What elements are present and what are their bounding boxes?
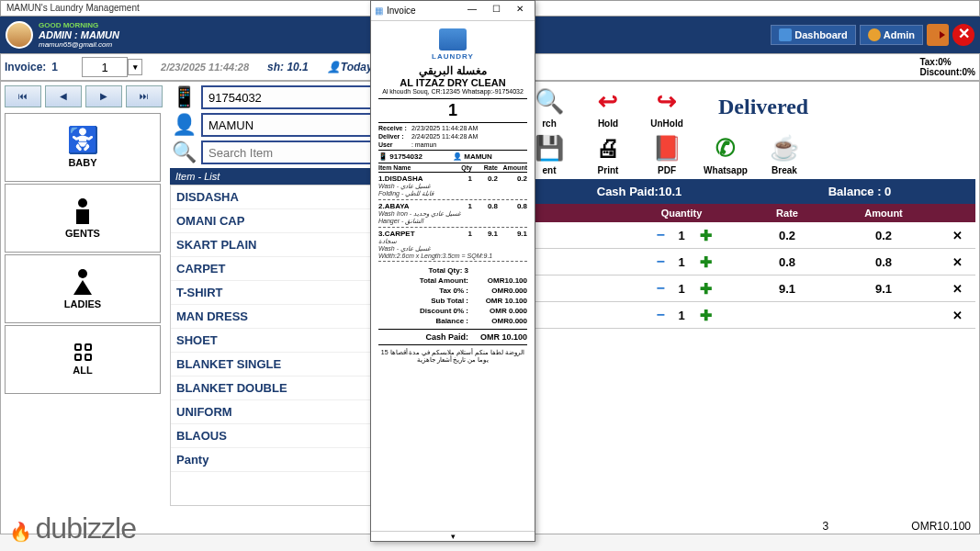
store-sub: Al khoudh Souq, CR:12345 Whatsapp:-91754… <box>378 88 527 95</box>
save-icon: 💾 <box>531 132 568 163</box>
invoice-window-title: Invoice <box>387 6 416 16</box>
category-ladies[interactable]: LADIES <box>5 254 161 323</box>
invoice-selector[interactable] <box>82 57 128 77</box>
qty-value: 1 <box>678 309 684 322</box>
qty-header: Quantity <box>617 208 746 219</box>
unhold-label: UnHold <box>641 118 693 129</box>
person-icon <box>868 28 881 41</box>
inv-th-qty: Qty <box>452 164 472 171</box>
category-all[interactable]: ALL <box>5 325 161 394</box>
qty-plus-button[interactable]: ✚ <box>694 253 713 271</box>
order-line: −1✚0.80.8✕ <box>524 249 975 276</box>
break-label: Break <box>759 165 810 175</box>
scroll-down-button[interactable]: ▾ <box>371 531 535 541</box>
logo-graphic <box>439 28 467 51</box>
remove-line-button[interactable]: ✕ <box>939 282 975 296</box>
logout-button[interactable] <box>927 24 949 46</box>
store-name: AL ITZAZ DRY CLEAN <box>378 77 527 88</box>
nav-first-button[interactable]: ⏮ <box>5 85 41 107</box>
inv-cashpaid-value: OMR 10.100 <box>476 332 527 342</box>
deliver-date: 2/24/2025 11:44:28 AM <box>411 133 478 140</box>
whatsapp-icon: ✆ <box>707 132 744 163</box>
cash-paid-label: Cash Paid:10.1 <box>529 185 749 198</box>
admin-email: mamun65@gmail.com <box>39 40 119 49</box>
qty-plus-button[interactable]: ✚ <box>694 226 713 244</box>
logo-text: LAUNDRY <box>378 52 527 61</box>
delivered-status: Delivered <box>718 95 808 119</box>
invoice-dropdown[interactable]: ▾ <box>128 59 142 75</box>
pdf-label: PDF <box>641 165 693 175</box>
hold-icon: ↩ <box>590 85 626 117</box>
invoice-body[interactable]: LAUNDRY مغسلة البريقي AL ITZAZ DRY CLEAN… <box>371 21 535 531</box>
category-column: ⏮ ◀ ▶ ⏭ BABY GENTS LADIES ALL <box>1 82 166 534</box>
invoice-total-row: Discount 0% :OMR 0.000 <box>378 306 527 316</box>
coffee-icon: ☕ <box>766 132 803 163</box>
whatsapp-button[interactable]: ✆Whatsapp <box>700 132 751 175</box>
qty-minus-button[interactable]: − <box>650 226 669 244</box>
rate-header: Rate <box>746 208 828 219</box>
footer-total-amount: OMR10.100 <box>911 520 971 533</box>
unhold-button[interactable]: ↪UnHold <box>641 85 693 129</box>
qty-minus-button[interactable]: − <box>650 279 669 298</box>
invoice-total-row: Tax 0% :OMR0.000 <box>378 286 527 296</box>
qty-plus-button[interactable]: ✚ <box>694 279 713 298</box>
qty-value: 1 <box>678 229 684 242</box>
app-close-button[interactable]: ✕ <box>952 24 974 46</box>
category-baby-label: BABY <box>68 157 96 168</box>
remove-line-button[interactable]: ✕ <box>939 229 975 242</box>
timestamp: 2/23/2025 11:44:28 <box>161 62 249 73</box>
invoice-item: 3.CARPET19.19.1سجادةWash - غسيل عاديWidt… <box>378 228 527 262</box>
minimize-button[interactable]: — <box>461 4 483 18</box>
inv-totalqty-label: Total Qty: 3 <box>378 266 476 275</box>
admin-button[interactable]: Admin <box>860 25 923 45</box>
whatsapp-label: Whatsapp <box>700 165 751 175</box>
dashboard-button[interactable]: Dashboard <box>771 25 855 45</box>
close-window-button[interactable]: ✕ <box>509 4 531 18</box>
qty-minus-button[interactable]: − <box>650 306 669 324</box>
rate-value: 0.2 <box>746 229 828 242</box>
printer-icon: 🖨 <box>590 132 626 163</box>
hold-button[interactable]: ↩Hold <box>582 85 634 129</box>
nav-prev-button[interactable]: ◀ <box>45 85 82 107</box>
qty-plus-button[interactable]: ✚ <box>694 306 713 324</box>
remove-line-button[interactable]: ✕ <box>939 309 975 322</box>
invoice-item: 2.ABAYA10.80.8Wash Iron - غسيل عادي وحدي… <box>378 200 527 228</box>
category-gents[interactable]: GENTS <box>5 184 161 253</box>
monitor-icon <box>779 28 792 41</box>
print-button[interactable]: 🖨Print <box>582 132 634 175</box>
remove-line-button[interactable]: ✕ <box>939 255 975 269</box>
hold-label: Hold <box>582 118 634 129</box>
rate-value: 0.8 <box>746 255 828 269</box>
amount-value: 0.2 <box>828 229 939 242</box>
cash-label: sh: <box>267 61 284 73</box>
discount-label: Discount:0% <box>919 67 975 77</box>
deliver-label: Deliver : <box>378 133 410 140</box>
gents-icon <box>73 198 92 224</box>
admin-btn-label: Admin <box>884 29 915 40</box>
nav-next-button[interactable]: ▶ <box>85 85 122 107</box>
maximize-button[interactable]: ☐ <box>485 4 507 18</box>
pdf-icon: 📕 <box>648 132 685 163</box>
dashboard-label: Dashboard <box>794 29 847 40</box>
category-baby[interactable]: BABY <box>5 113 161 182</box>
pdf-button[interactable]: 📕PDF <box>641 132 693 175</box>
footer-totals: 3 OMR10.100 <box>823 520 971 533</box>
invoice-window: ▦ Invoice — ☐ ✕ LAUNDRY مغسلة البريقي AL… <box>370 0 535 542</box>
invoice-titlebar[interactable]: ▦ Invoice — ☐ ✕ <box>371 1 535 21</box>
invoice-number: 1 <box>51 61 58 73</box>
rate-value: 9.1 <box>746 282 828 296</box>
nav-last-button[interactable]: ⏭ <box>126 85 163 107</box>
category-ladies-label: LADIES <box>64 298 101 309</box>
order-line: −1✚0.20.2✕ <box>524 222 975 249</box>
qty-minus-button[interactable]: − <box>650 253 669 271</box>
invoice-logo: LAUNDRY <box>378 28 527 61</box>
user-label: User <box>378 141 410 148</box>
store-arabic-name: مغسلة البريقي <box>378 64 527 77</box>
customer-icon: 👤 <box>170 113 197 137</box>
inv-th-rate: Rate <box>472 164 498 171</box>
qty-value: 1 <box>678 282 684 296</box>
category-gents-label: GENTS <box>65 228 100 239</box>
balance-label: Balance : 0 <box>749 185 970 198</box>
break-button[interactable]: ☕Break <box>759 132 810 175</box>
order-line: −1✚9.19.1✕ <box>524 276 975 302</box>
